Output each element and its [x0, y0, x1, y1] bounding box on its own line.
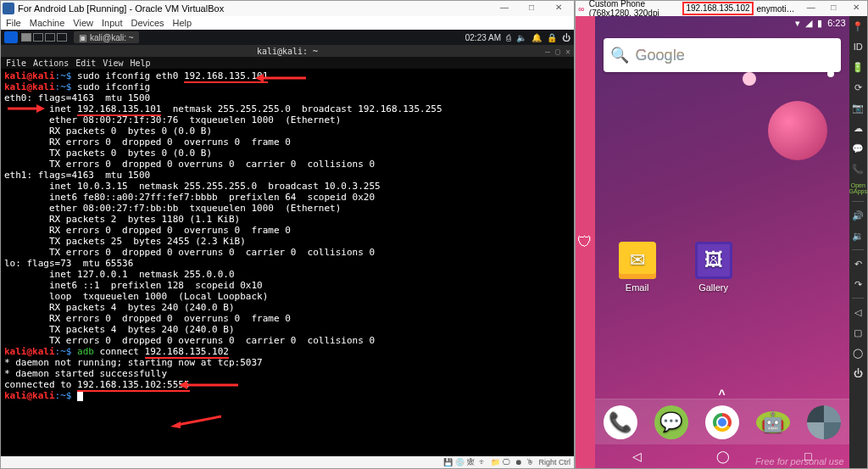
- taskbar-terminal-label: kali@kali: ~: [90, 33, 134, 42]
- app-email[interactable]: ✉ Email: [612, 242, 663, 293]
- notifications-icon[interactable]: 🔔: [531, 33, 542, 42]
- terminal-line: TX errors 0 dropped 0 overruns 0 carrier…: [4, 247, 570, 258]
- close-button[interactable]: ✕: [545, 2, 572, 15]
- app-gallery[interactable]: 🖼 Gallery: [688, 242, 739, 293]
- network-icon[interactable]: ⎙: [506, 33, 511, 42]
- camera-tool-icon[interactable]: 📷: [851, 101, 865, 114]
- remote-icon[interactable]: ☁: [851, 121, 865, 135]
- android-screen[interactable]: ▾ ◢ ▮ 6:23 🔍 Google ✉ Email 🖼 Gallery: [595, 16, 849, 468]
- vbox-icon: [3, 3, 14, 14]
- nav-back-icon[interactable]: ◁: [632, 449, 642, 463]
- volume-up-icon[interactable]: 🔊: [851, 209, 865, 222]
- camera-icon: [807, 405, 841, 439]
- nav-home-icon[interactable]: ◯: [716, 449, 730, 463]
- terminal-minimize-icon[interactable]: —: [545, 46, 550, 57]
- term-menu-view[interactable]: View: [103, 58, 123, 69]
- geny-ip-highlight: 192.168.135.102: [682, 2, 753, 15]
- maximize-button[interactable]: □: [518, 2, 545, 15]
- signal-icon: ◢: [805, 18, 812, 29]
- nav-home-tool-icon[interactable]: ◯: [851, 346, 865, 360]
- terminal-line: loop txqueuelen 1000 (Local Loopback): [4, 291, 570, 302]
- vbox-menu-machine[interactable]: Machine: [28, 18, 67, 28]
- terminal-line: RX errors 0 dropped 0 overruns 0 frame 0: [4, 137, 570, 148]
- terminal-line: eth0: flags=4163 mtu 1500: [4, 92, 570, 103]
- workspace-2[interactable]: [33, 33, 43, 42]
- minimize-button[interactable]: —: [491, 2, 518, 15]
- rotate-icon[interactable]: ⟳: [851, 81, 865, 94]
- phone-tool-icon[interactable]: 📞: [851, 162, 865, 176]
- geny-titlebar[interactable]: ∞ Custom Phone (768x1280, 320dpi 192.168…: [576, 1, 867, 16]
- vbox-menu-file[interactable]: File: [4, 18, 23, 28]
- app-messages[interactable]: 💬: [646, 405, 697, 439]
- terminal-line: connected to 192.168.135.102:5555: [4, 379, 570, 390]
- vbox-menu-view[interactable]: View: [71, 18, 95, 28]
- display-icon: 🖵: [503, 458, 511, 466]
- workspace-3[interactable]: [45, 33, 55, 42]
- app-camera[interactable]: [798, 405, 849, 439]
- terminal-line: kali@kali:~$ sudo ifconfig eth0 192.168.…: [4, 70, 570, 81]
- terminal-line: RX errors 0 dropped 0 overruns 0 frame 0: [4, 225, 570, 236]
- terminal-window[interactable]: kali@kali: ~ — ▢ ✕ File Actions Edit Vie…: [1, 45, 574, 456]
- workspace-1[interactable]: [21, 33, 31, 42]
- term-menu-edit[interactable]: Edit: [75, 58, 96, 69]
- optical-icon: 💿: [455, 458, 464, 466]
- opengapps-icon[interactable]: OpenGApps: [849, 182, 867, 194]
- shield-icon[interactable]: 🛡: [577, 233, 593, 251]
- battery-icon[interactable]: 🔋: [851, 60, 865, 74]
- shared-folder-icon: 📁: [491, 458, 499, 466]
- terminal-close-icon[interactable]: ✕: [565, 46, 570, 57]
- terminal-line: inet 192.168.135.101 netmask 255.255.255…: [4, 103, 570, 114]
- power-icon[interactable]: ⏻: [562, 33, 570, 42]
- usb-icon: ᯤ: [479, 458, 487, 466]
- geny-close-button[interactable]: ✕: [847, 2, 865, 15]
- android-statusbar[interactable]: ▾ ◢ ▮ 6:23: [595, 16, 849, 30]
- app-phone[interactable]: 📞: [595, 405, 646, 439]
- term-menu-file[interactable]: File: [6, 58, 26, 69]
- term-menu-help[interactable]: Help: [130, 58, 150, 69]
- gps-icon[interactable]: 📍: [851, 20, 865, 33]
- svg-marker-7: [170, 422, 181, 428]
- term-menu-actions[interactable]: Actions: [33, 58, 69, 69]
- vbox-title: For Android Lab [Running] - Oracle VM Vi…: [18, 3, 224, 14]
- terminal-titlebar[interactable]: kali@kali: ~ — ▢ ✕: [1, 45, 574, 57]
- volume-down-icon[interactable]: 🔉: [851, 229, 865, 243]
- nav-back-tool-icon[interactable]: ◁: [851, 305, 865, 319]
- terminal-line: TX errors 0 dropped 0 overruns 0 carrier…: [4, 335, 570, 346]
- terminal-line: RX packets 0 bytes 0 (0.0 B): [4, 126, 570, 137]
- workspace-4[interactable]: [57, 33, 67, 42]
- vbox-menu-help[interactable]: Help: [171, 18, 194, 28]
- sms-tool-icon[interactable]: 💬: [851, 142, 865, 155]
- terminal-line: inet6 fe80::a00:27ff:fef7:bbbb prefixlen…: [4, 192, 570, 203]
- google-search-widget[interactable]: 🔍 Google: [604, 38, 841, 72]
- geny-minimize-button[interactable]: —: [802, 2, 821, 15]
- rotate-left-icon[interactable]: ↶: [851, 257, 865, 271]
- id-icon[interactable]: ID: [851, 40, 865, 53]
- terminal-maximize-icon[interactable]: ▢: [555, 46, 560, 57]
- rotate-right-icon[interactable]: ↷: [851, 277, 865, 291]
- terminal-body[interactable]: kali@kali:~$ sudo ifconfig eth0 192.168.…: [1, 69, 574, 403]
- power-tool-icon[interactable]: ⏻: [851, 366, 865, 380]
- volume-icon[interactable]: 🔈: [516, 33, 526, 42]
- taskbar-terminal[interactable]: ▣ kali@kali: ~: [74, 31, 139, 43]
- vbox-titlebar[interactable]: For Android Lab [Running] - Oracle VM Vi…: [1, 1, 574, 16]
- app-android[interactable]: 🤖: [748, 411, 798, 433]
- vbox-menu-input[interactable]: Input: [100, 18, 124, 28]
- app-chrome[interactable]: [697, 405, 748, 439]
- svg-line-6: [177, 416, 221, 425]
- terminal-title: kali@kali: ~: [257, 46, 318, 57]
- kali-logo-icon[interactable]: [4, 31, 18, 43]
- nav-recent-tool-icon[interactable]: ▢: [851, 326, 865, 339]
- homescreen-apps: ✉ Email 🖼 Gallery: [595, 242, 849, 293]
- terminal-line: TX packets 25 bytes 2455 (2.3 KiB): [4, 236, 570, 247]
- terminal-line: TX packets 4 bytes 240 (240.0 B): [4, 324, 570, 335]
- net-icon: 🕸: [467, 458, 476, 466]
- search-placeholder: Google: [636, 47, 685, 64]
- geny-maximize-button[interactable]: □: [824, 2, 843, 15]
- terminal-menubar: File Actions Edit View Help: [1, 57, 574, 69]
- geny-left-toolbar: 🛡: [576, 16, 595, 468]
- genymotion-window: ∞ Custom Phone (768x1280, 320dpi 192.168…: [575, 0, 868, 469]
- terminal-line: inet 10.0.3.15 netmask 255.255.255.0 bro…: [4, 181, 570, 192]
- vbox-menu-devices[interactable]: Devices: [129, 18, 165, 28]
- lock-icon[interactable]: 🔒: [547, 33, 557, 42]
- vbox-statusbar: 💾 💿 🕸 ᯤ 📁 🖵 ⏺ 🖰 Right Ctrl: [1, 456, 574, 468]
